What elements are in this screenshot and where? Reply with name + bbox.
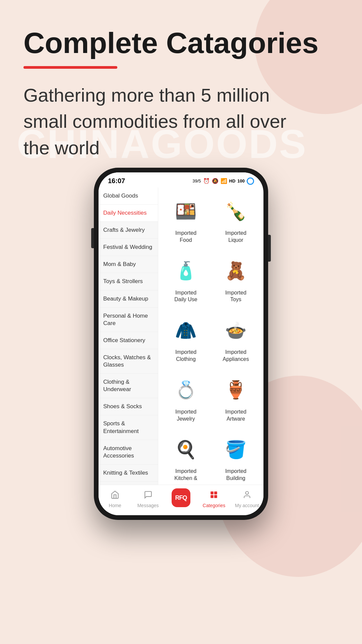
mute-icon: 🔕: [212, 178, 219, 184]
sidebar-item-festival-wedding[interactable]: Festival & Wedding: [99, 239, 158, 256]
svg-point-4: [245, 491, 248, 494]
sidebar-item-shoes-socks[interactable]: Shoes & Socks: [99, 398, 158, 415]
nav-home[interactable]: Home: [99, 490, 131, 508]
sidebar-item-clothing-underwear[interactable]: Clothing & Underwear: [99, 374, 158, 398]
imported-artware-label: ImportedArtware: [225, 409, 246, 423]
imported-food-icon: 🍱: [171, 196, 201, 226]
sidebar-item-sports-entertainment[interactable]: Sports & Entertainment: [99, 415, 158, 440]
alarm-icon: ⏰: [203, 178, 210, 184]
sidebar-item-global-goods[interactable]: Global Goods: [99, 187, 158, 205]
svg-rect-3: [215, 495, 218, 498]
imported-liquor-label: ImportedLiquor: [225, 230, 246, 244]
category-imported-clothing[interactable]: 🧥 ImportedClothing: [162, 311, 209, 368]
imported-building-icon: 🪣: [221, 434, 251, 465]
category-imported-jewelry[interactable]: 💍 ImportedJewelry: [162, 370, 209, 427]
status-bar: 16:07 39/5 ⏰ 🔕 📶 HD 100: [99, 172, 263, 187]
categories-icon: [209, 490, 218, 501]
phone-screen: 16:07 39/5 ⏰ 🔕 📶 HD 100 Global Goods Dai…: [99, 172, 263, 515]
header-section: Complete Catagories Gathering more than …: [0, 0, 362, 161]
hd-text: HD: [229, 178, 236, 183]
imported-food-label: ImportedFood: [175, 230, 196, 244]
imported-toys-icon: 🧸: [221, 256, 251, 286]
battery-icon: [247, 177, 254, 185]
page-subtitle: Gathering more than 5 million small comm…: [23, 82, 308, 161]
messages-label: Messages: [137, 503, 159, 508]
messages-icon: [144, 490, 153, 501]
svg-rect-2: [211, 495, 214, 498]
imported-appliances-label: ImportedAppliances: [223, 349, 249, 363]
app-content: Global Goods Daily Necessities Crafts & …: [99, 187, 263, 485]
imported-clothing-label: ImportedClothing: [175, 349, 196, 363]
sidebar-item-toys-strollers[interactable]: Toys & Strollers: [99, 273, 158, 290]
status-time: 16:07: [108, 177, 125, 185]
account-icon: [243, 490, 251, 501]
nav-rfq[interactable]: RFQ: [165, 488, 197, 510]
sidebar-item-automotive[interactable]: Automotive Accessories: [99, 440, 158, 465]
imported-kitchen-label: ImportedKitchen &: [174, 468, 197, 482]
category-sidebar: Global Goods Daily Necessities Crafts & …: [99, 187, 158, 485]
imported-artware-icon: 🏺: [221, 375, 251, 405]
nav-account[interactable]: My account: [231, 490, 263, 508]
svg-rect-1: [215, 491, 218, 494]
category-imported-kitchen[interactable]: 🍳 ImportedKitchen &: [162, 430, 209, 485]
category-imported-liquor[interactable]: 🍾 ImportedLiquor: [212, 192, 259, 249]
category-imported-daily-use[interactable]: 🧴 ImportedDaily Use: [162, 251, 209, 308]
signal-text: 39/5: [192, 178, 201, 183]
imported-building-label: ImportedBuilding: [225, 468, 246, 482]
category-imported-toys[interactable]: 🧸 ImportedToys: [212, 251, 259, 308]
sidebar-item-beauty-makeup[interactable]: Beauty & Makeup: [99, 290, 158, 308]
page-title: Complete Catagories: [23, 27, 339, 59]
bottom-navigation: Home Messages RFQ: [99, 485, 263, 515]
home-label: Home: [109, 503, 121, 508]
category-imported-food[interactable]: 🍱 ImportedFood: [162, 192, 209, 249]
svg-rect-0: [211, 491, 214, 494]
sidebar-item-knitting[interactable]: Knitting & Textiles: [99, 465, 158, 482]
sidebar-item-daily-necessities[interactable]: Daily Necessities: [99, 205, 158, 222]
status-icons: 39/5 ⏰ 🔕 📶 HD 100: [192, 177, 254, 185]
category-grid: 🍱 ImportedFood 🍾 ImportedLiquor 🧴: [158, 187, 263, 485]
sidebar-item-clocks-watches[interactable]: Clocks, Watches & Glasses: [99, 349, 158, 374]
title-underline: [23, 66, 117, 69]
battery-text: 100: [237, 178, 245, 183]
category-imported-appliances[interactable]: 🍲 ImportedAppliances: [212, 311, 259, 368]
imported-jewelry-label: ImportedJewelry: [175, 409, 196, 423]
phone-mockup: 16:07 39/5 ⏰ 🔕 📶 HD 100 Global Goods Dai…: [94, 168, 268, 520]
sidebar-item-crafts-jewelry[interactable]: Crafts & Jewelry: [99, 222, 158, 239]
phone-outer-frame: 16:07 39/5 ⏰ 🔕 📶 HD 100 Global Goods Dai…: [94, 168, 268, 520]
sidebar-item-office-stationery[interactable]: Office Stationery: [99, 332, 158, 349]
imported-toys-label: ImportedToys: [225, 289, 246, 304]
home-icon: [111, 490, 119, 501]
signal-bars-icon: 📶: [221, 178, 227, 184]
nav-categories[interactable]: Categories: [197, 490, 230, 508]
sidebar-item-personal-home[interactable]: Personal & Home Care: [99, 308, 158, 332]
imported-appliances-icon: 🍲: [221, 315, 251, 345]
sidebar-item-mom-baby[interactable]: Mom & Baby: [99, 256, 158, 273]
imported-daily-use-label: ImportedDaily Use: [174, 289, 197, 304]
category-imported-artware[interactable]: 🏺 ImportedArtware: [212, 370, 259, 427]
imported-clothing-icon: 🧥: [171, 315, 201, 345]
imported-liquor-icon: 🍾: [221, 196, 251, 226]
rfq-button[interactable]: RFQ: [172, 488, 190, 507]
category-imported-building[interactable]: 🪣 ImportedBuilding: [212, 430, 259, 485]
account-label: My account: [235, 503, 259, 508]
imported-jewelry-icon: 💍: [171, 375, 201, 405]
imported-daily-use-icon: 🧴: [171, 256, 201, 286]
nav-messages[interactable]: Messages: [131, 490, 164, 508]
categories-label: Categories: [203, 503, 226, 508]
imported-kitchen-icon: 🍳: [171, 434, 201, 465]
